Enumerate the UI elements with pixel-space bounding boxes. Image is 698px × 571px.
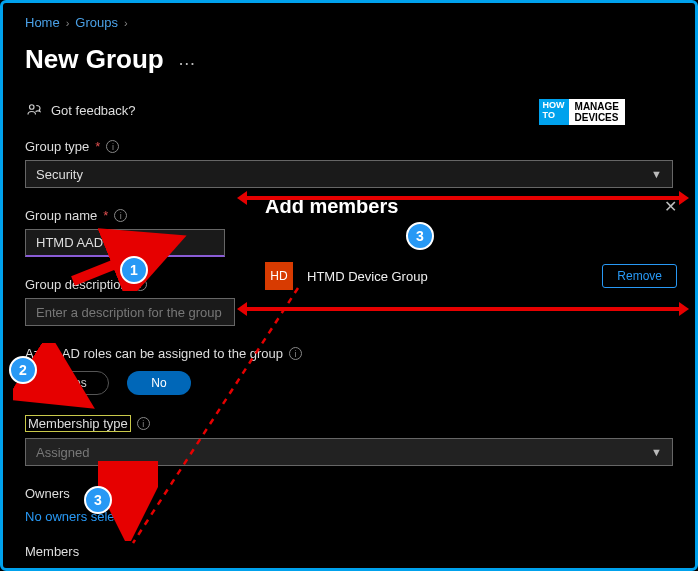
- aad-roles-yes-toggle[interactable]: Yes: [45, 371, 109, 395]
- aad-roles-no-toggle[interactable]: No: [127, 371, 191, 395]
- annotation-badge-1: 1: [120, 256, 148, 284]
- chevron-down-icon: ▼: [651, 446, 662, 458]
- annotation-line: [245, 196, 681, 200]
- feedback-label: Got feedback?: [51, 103, 136, 118]
- avatar: HD: [265, 262, 293, 290]
- required-marker: *: [103, 208, 108, 223]
- more-actions-button[interactable]: …: [178, 49, 198, 70]
- owners-selected-link[interactable]: No owners selected: [25, 509, 139, 524]
- member-row[interactable]: HD HTMD Device Group Remove: [265, 262, 677, 290]
- group-name-input[interactable]: [25, 229, 225, 257]
- add-members-panel: Add members ✕ HD HTMD Device Group Remov…: [265, 195, 677, 290]
- breadcrumb: Home › Groups ›: [25, 15, 673, 30]
- membership-type-select[interactable]: Assigned ▼: [25, 438, 673, 466]
- membership-type-value: Assigned: [36, 445, 89, 460]
- group-type-value: Security: [36, 167, 83, 182]
- group-name-label: Group name: [25, 208, 97, 223]
- annotation-badge-2: 2: [9, 356, 37, 384]
- aad-roles-label: Azure AD roles can be assigned to the gr…: [25, 346, 283, 361]
- breadcrumb-groups[interactable]: Groups: [75, 15, 118, 30]
- info-icon[interactable]: i: [137, 417, 150, 430]
- owners-label: Owners: [25, 486, 70, 501]
- annotation-badge-3: 3: [84, 486, 112, 514]
- howto-manage-devices-logo: HOWTO MANAGEDEVICES: [537, 97, 627, 127]
- annotation-badge-3: 3: [406, 222, 434, 250]
- breadcrumb-home[interactable]: Home: [25, 15, 60, 30]
- info-icon[interactable]: i: [106, 140, 119, 153]
- member-name: HTMD Device Group: [307, 269, 588, 284]
- group-description-label: Group description: [25, 277, 128, 292]
- membership-type-label: Membership type: [25, 415, 131, 432]
- members-selected-link[interactable]: 1 member selected: [25, 567, 136, 571]
- feedback-icon: [25, 101, 43, 119]
- chevron-right-icon: ›: [66, 17, 70, 29]
- required-marker: *: [95, 139, 100, 154]
- group-description-field[interactable]: [36, 305, 224, 320]
- members-label: Members: [25, 544, 79, 559]
- chevron-down-icon: ▼: [651, 168, 662, 180]
- remove-button[interactable]: Remove: [602, 264, 677, 288]
- info-icon[interactable]: i: [289, 347, 302, 360]
- group-type-label: Group type: [25, 139, 89, 154]
- group-description-input[interactable]: [25, 298, 235, 326]
- group-name-field[interactable]: [36, 235, 214, 250]
- page-title: New Group: [25, 44, 164, 75]
- group-type-select[interactable]: Security ▼: [25, 160, 673, 188]
- annotation-line: [245, 307, 681, 311]
- svg-point-0: [30, 105, 35, 110]
- chevron-right-icon: ›: [124, 17, 128, 29]
- info-icon[interactable]: i: [114, 209, 127, 222]
